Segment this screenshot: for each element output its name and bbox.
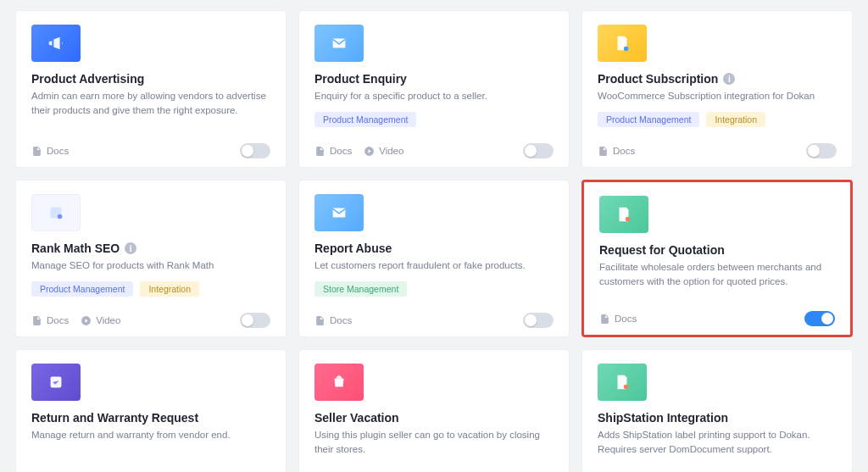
product-subscription-thumb-icon <box>598 25 647 62</box>
tag-pm[interactable]: Product Management <box>598 112 699 127</box>
card-description: Manage return and warranty from vendor e… <box>31 428 270 442</box>
video-label: Video <box>96 315 120 325</box>
docs-link[interactable]: Docs <box>31 146 69 157</box>
docs-link[interactable]: Docs <box>598 146 635 157</box>
card-product-enquiry: Product EnquiryEnquiry for a specific pr… <box>298 10 570 168</box>
info-icon[interactable]: i <box>125 242 136 254</box>
svg-point-3 <box>58 214 63 219</box>
shipstation-integration-thumb-icon <box>598 364 647 401</box>
card-footer: DocsVideo <box>31 306 270 328</box>
card-title: Product Subscription <box>598 72 718 86</box>
svg-point-5 <box>626 217 631 222</box>
enable-toggle[interactable] <box>804 311 835 326</box>
seller-vacation-thumb-icon <box>314 364 364 401</box>
card-product-advertising: Product AdvertisingAdmin can earn more b… <box>15 10 287 168</box>
card-footer: Docs <box>598 136 837 158</box>
docs-link[interactable]: Docs <box>314 146 352 157</box>
card-request-for-quotation: Request for QuotationFacilitate wholesal… <box>581 180 853 337</box>
card-seller-vacation: Seller VacationUsing this plugin seller … <box>298 349 570 472</box>
title-row: Report Abuse <box>314 242 554 255</box>
tag-list: Product ManagementIntegration <box>598 112 837 127</box>
card-title: Product Enquiry <box>314 72 407 86</box>
report-abuse-thumb-icon <box>314 194 364 231</box>
return-and-warranty-thumb-icon <box>31 364 81 401</box>
card-title: Report Abuse <box>314 242 392 255</box>
tag-list: Store Management <box>314 281 554 297</box>
enable-toggle[interactable] <box>523 143 554 158</box>
footer-links: DocsVideo <box>314 146 403 157</box>
product-enquiry-thumb-icon <box>314 25 364 62</box>
enable-toggle[interactable] <box>806 143 837 158</box>
card-return-and-warranty: Return and Warranty RequestManage return… <box>15 349 287 472</box>
enable-toggle[interactable] <box>240 313 270 328</box>
card-rank-math-seo: Rank Math SEOiManage SEO for products wi… <box>15 180 287 337</box>
title-row: Product Subscriptioni <box>598 72 837 86</box>
card-shipstation-integration: ShipStation IntegrationAdds ShipStation … <box>581 349 853 472</box>
footer-links: DocsVideo <box>31 315 120 326</box>
product-advertising-thumb-icon <box>31 25 81 62</box>
tag-pm[interactable]: Product Management <box>314 112 416 127</box>
video-link[interactable]: Video <box>81 315 120 326</box>
card-footer: Docs <box>599 304 835 326</box>
svg-point-1 <box>624 47 629 51</box>
docs-link[interactable]: Docs <box>599 314 637 325</box>
title-row: Seller Vacation <box>314 411 554 425</box>
footer-links: Docs <box>599 314 637 325</box>
tag-list: Product Management <box>314 112 554 127</box>
card-footer: Docs <box>31 136 270 158</box>
title-row: Request for Quotation <box>599 243 835 257</box>
card-title: Request for Quotation <box>599 243 725 257</box>
docs-label: Docs <box>47 146 69 156</box>
docs-label: Docs <box>47 315 69 325</box>
info-icon[interactable]: i <box>723 73 735 85</box>
card-product-subscription: Product SubscriptioniWooCommerce Subscri… <box>581 10 853 168</box>
request-for-quotation-thumb-icon <box>599 196 648 233</box>
docs-label: Docs <box>613 146 635 156</box>
card-description: Enquiry for a specific product to a sell… <box>314 89 554 103</box>
svg-point-7 <box>624 385 629 390</box>
card-title: Rank Math SEO <box>31 242 120 255</box>
card-report-abuse: Report AbuseLet customers report fraudul… <box>298 180 570 337</box>
card-description: Facilitate wholesale orders between merc… <box>599 260 835 288</box>
docs-label: Docs <box>330 146 352 156</box>
video-label: Video <box>379 146 403 156</box>
title-row: Return and Warranty Request <box>31 411 270 425</box>
tag-int[interactable]: Integration <box>140 281 199 297</box>
tag-pm[interactable]: Product Management <box>31 281 133 297</box>
card-footer: Docs <box>314 306 554 328</box>
card-description: WooCommerce Subscription integration for… <box>598 89 837 103</box>
footer-links: Docs <box>31 146 69 157</box>
module-grid: Product AdvertisingAdmin can earn more b… <box>15 10 853 472</box>
title-row: Product Enquiry <box>314 72 554 86</box>
rank-math-seo-thumb-icon <box>31 194 81 231</box>
title-row: Product Advertising <box>31 72 270 86</box>
card-description: Admin can earn more by allowing vendors … <box>31 89 270 117</box>
enable-toggle[interactable] <box>240 143 270 158</box>
card-title: ShipStation Integration <box>598 411 728 425</box>
footer-links: Docs <box>598 146 635 157</box>
card-footer: DocsVideo <box>314 136 554 158</box>
tag-sm[interactable]: Store Management <box>314 281 407 297</box>
docs-label: Docs <box>330 315 352 325</box>
docs-label: Docs <box>615 314 637 324</box>
footer-links: Docs <box>314 315 352 326</box>
enable-toggle[interactable] <box>523 313 554 328</box>
card-description: Using this plugin seller can go to vacat… <box>314 428 554 456</box>
card-title: Product Advertising <box>31 72 144 86</box>
tag-list: Product ManagementIntegration <box>31 281 270 297</box>
card-description: Let customers report fraudulent or fake … <box>314 258 554 273</box>
tag-int[interactable]: Integration <box>706 112 765 127</box>
docs-link[interactable]: Docs <box>314 315 352 326</box>
title-row: ShipStation Integration <box>598 411 837 425</box>
video-link[interactable]: Video <box>364 146 403 157</box>
card-title: Seller Vacation <box>314 411 399 425</box>
card-description: Adds ShipStation label printing support … <box>598 428 837 456</box>
docs-link[interactable]: Docs <box>31 315 69 326</box>
card-description: Manage SEO for products with Rank Math <box>31 258 270 273</box>
title-row: Rank Math SEOi <box>31 242 270 255</box>
card-title: Return and Warranty Request <box>31 411 198 425</box>
